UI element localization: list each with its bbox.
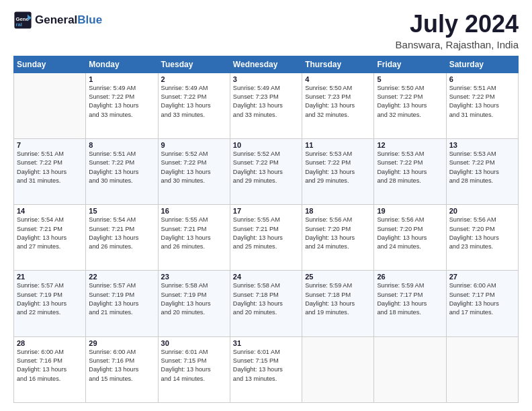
day-number: 14 [17,207,83,215]
calendar-cell: 16Sunrise: 5:55 AM Sunset: 7:21 PM Dayli… [158,205,230,271]
day-number: 11 [305,141,371,149]
logo-text: GeneralBlue [35,14,102,27]
day-info: Sunrise: 5:52 AM Sunset: 7:22 PM Dayligh… [161,150,227,185]
day-info: Sunrise: 5:57 AM Sunset: 7:19 PM Dayligh… [17,281,83,317]
day-number: 24 [233,273,299,281]
calendar-cell [14,73,86,138]
calendar-cell: 26Sunrise: 5:59 AM Sunset: 7:17 PM Dayli… [374,271,446,336]
day-info: Sunrise: 5:49 AM Sunset: 7:23 PM Dayligh… [233,84,299,120]
day-number: 29 [89,339,154,347]
day-number: 13 [449,141,515,149]
day-info: Sunrise: 6:00 AM Sunset: 7:16 PM Dayligh… [89,348,154,383]
day-number: 31 [233,339,299,347]
calendar-cell: 24Sunrise: 5:58 AM Sunset: 7:18 PM Dayli… [230,271,302,336]
calendar-cell [302,336,374,402]
day-info: Sunrise: 5:50 AM Sunset: 7:23 PM Dayligh… [305,84,371,120]
col-wednesday: Wednesday [230,56,302,73]
calendar-cell: 27Sunrise: 6:00 AM Sunset: 7:17 PM Dayli… [446,271,518,336]
month-title: July 2024 [396,11,519,38]
calendar-cell: 23Sunrise: 5:58 AM Sunset: 7:19 PM Dayli… [158,271,230,336]
day-info: Sunrise: 5:51 AM Sunset: 7:22 PM Dayligh… [449,84,515,120]
page: Gene ral GeneralBlue July 2024 Banswara,… [0,0,532,411]
day-number: 16 [161,207,227,215]
calendar-cell: 21Sunrise: 5:57 AM Sunset: 7:19 PM Dayli… [14,271,86,336]
day-info: Sunrise: 5:57 AM Sunset: 7:19 PM Dayligh… [89,281,154,317]
calendar-cell: 29Sunrise: 6:00 AM Sunset: 7:16 PM Dayli… [86,336,158,402]
day-number: 1 [89,75,154,83]
calendar-cell [374,336,446,402]
day-info: Sunrise: 5:53 AM Sunset: 7:22 PM Dayligh… [449,150,515,185]
calendar-cell: 30Sunrise: 6:01 AM Sunset: 7:15 PM Dayli… [158,336,230,402]
logo-line2: Blue [77,13,102,26]
logo-icon: Gene ral [13,11,32,30]
header: Gene ral GeneralBlue July 2024 Banswara,… [13,11,519,50]
col-friday: Friday [374,56,446,73]
day-info: Sunrise: 6:00 AM Sunset: 7:16 PM Dayligh… [17,348,83,383]
day-number: 7 [17,141,83,149]
col-thursday: Thursday [302,56,374,73]
day-info: Sunrise: 5:53 AM Sunset: 7:22 PM Dayligh… [377,150,443,185]
calendar-cell: 20Sunrise: 5:56 AM Sunset: 7:20 PM Dayli… [446,205,518,271]
calendar-cell: 25Sunrise: 5:59 AM Sunset: 7:18 PM Dayli… [302,271,374,336]
day-info: Sunrise: 5:49 AM Sunset: 7:22 PM Dayligh… [161,84,227,120]
calendar-cell: 31Sunrise: 6:01 AM Sunset: 7:15 PM Dayli… [230,336,302,402]
day-info: Sunrise: 6:01 AM Sunset: 7:15 PM Dayligh… [233,348,299,383]
day-number: 3 [233,75,299,83]
title-section: July 2024 Banswara, Rajasthan, India [396,11,519,50]
svg-text:ral: ral [16,21,22,28]
location: Banswara, Rajasthan, India [396,39,519,50]
day-number: 26 [377,273,443,281]
day-number: 27 [449,273,515,281]
day-info: Sunrise: 5:56 AM Sunset: 7:20 PM Dayligh… [377,216,443,251]
day-info: Sunrise: 5:52 AM Sunset: 7:22 PM Dayligh… [233,150,299,185]
calendar-cell: 11Sunrise: 5:53 AM Sunset: 7:22 PM Dayli… [302,138,374,204]
calendar: Sunday Monday Tuesday Wednesday Thursday… [13,56,519,403]
col-tuesday: Tuesday [158,56,230,73]
calendar-week-3: 14Sunrise: 5:54 AM Sunset: 7:21 PM Dayli… [14,205,519,271]
calendar-cell: 6Sunrise: 5:51 AM Sunset: 7:22 PM Daylig… [446,73,518,138]
day-info: Sunrise: 5:56 AM Sunset: 7:20 PM Dayligh… [449,216,515,251]
calendar-cell: 7Sunrise: 5:51 AM Sunset: 7:22 PM Daylig… [14,138,86,204]
day-number: 20 [449,207,515,215]
logo: Gene ral GeneralBlue [13,11,102,30]
day-info: Sunrise: 5:54 AM Sunset: 7:21 PM Dayligh… [89,216,154,251]
day-info: Sunrise: 5:54 AM Sunset: 7:21 PM Dayligh… [17,216,83,251]
calendar-cell: 3Sunrise: 5:49 AM Sunset: 7:23 PM Daylig… [230,73,302,138]
col-saturday: Saturday [446,56,518,73]
day-number: 28 [17,339,83,347]
calendar-cell: 22Sunrise: 5:57 AM Sunset: 7:19 PM Dayli… [86,271,158,336]
calendar-cell: 5Sunrise: 5:50 AM Sunset: 7:22 PM Daylig… [374,73,446,138]
calendar-week-1: 1Sunrise: 5:49 AM Sunset: 7:22 PM Daylig… [14,73,519,138]
calendar-cell [446,336,518,402]
day-info: Sunrise: 5:53 AM Sunset: 7:22 PM Dayligh… [305,150,371,185]
day-number: 9 [161,141,227,149]
day-number: 10 [233,141,299,149]
day-info: Sunrise: 6:01 AM Sunset: 7:15 PM Dayligh… [161,348,227,383]
day-info: Sunrise: 5:58 AM Sunset: 7:19 PM Dayligh… [161,281,227,317]
day-number: 19 [377,207,443,215]
day-info: Sunrise: 6:00 AM Sunset: 7:17 PM Dayligh… [449,281,515,317]
calendar-cell: 10Sunrise: 5:52 AM Sunset: 7:22 PM Dayli… [230,138,302,204]
day-info: Sunrise: 5:51 AM Sunset: 7:22 PM Dayligh… [89,150,154,185]
calendar-cell: 2Sunrise: 5:49 AM Sunset: 7:22 PM Daylig… [158,73,230,138]
col-monday: Monday [86,56,158,73]
day-number: 22 [89,273,154,281]
calendar-cell: 17Sunrise: 5:55 AM Sunset: 7:21 PM Dayli… [230,205,302,271]
day-number: 6 [449,75,515,83]
calendar-week-2: 7Sunrise: 5:51 AM Sunset: 7:22 PM Daylig… [14,138,519,204]
day-number: 4 [305,75,371,83]
day-info: Sunrise: 5:56 AM Sunset: 7:20 PM Dayligh… [305,216,371,251]
day-info: Sunrise: 5:58 AM Sunset: 7:18 PM Dayligh… [233,281,299,317]
logo-line1: General [35,13,77,26]
day-number: 25 [305,273,371,281]
calendar-cell: 9Sunrise: 5:52 AM Sunset: 7:22 PM Daylig… [158,138,230,204]
calendar-week-4: 21Sunrise: 5:57 AM Sunset: 7:19 PM Dayli… [14,271,519,336]
day-number: 8 [89,141,154,149]
day-number: 30 [161,339,227,347]
calendar-week-5: 28Sunrise: 6:00 AM Sunset: 7:16 PM Dayli… [14,336,519,402]
calendar-cell: 15Sunrise: 5:54 AM Sunset: 7:21 PM Dayli… [86,205,158,271]
day-info: Sunrise: 5:59 AM Sunset: 7:18 PM Dayligh… [305,281,371,317]
day-number: 2 [161,75,227,83]
day-info: Sunrise: 5:55 AM Sunset: 7:21 PM Dayligh… [161,216,227,251]
calendar-cell: 13Sunrise: 5:53 AM Sunset: 7:22 PM Dayli… [446,138,518,204]
